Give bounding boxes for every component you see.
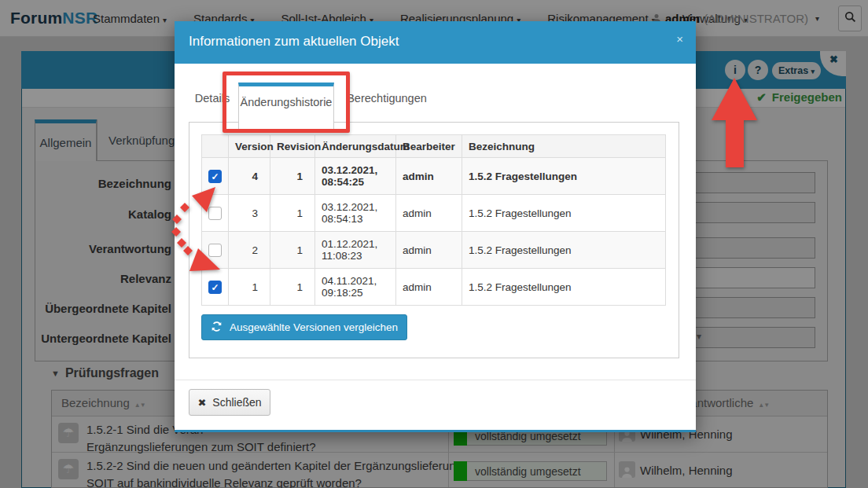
table-header-row: Version Revision Änderungsdatum Bearbeit…: [202, 135, 666, 158]
version-1-checkbox[interactable]: [208, 281, 222, 294]
screen: ForumNSR Stammdaten▾ Standards▾ Soll-Ist…: [0, 0, 868, 488]
annotation-rectangle-history-tab: [223, 72, 350, 133]
bezeichnung-cell: 1.5.2 Fragestellungen: [462, 158, 666, 195]
version-4-checkbox[interactable]: [208, 170, 222, 183]
datum-cell: 04.11.2021,09:18:25: [315, 269, 396, 306]
close-icon: ✖: [197, 397, 206, 409]
column-header-bezeichnung: Bezeichnung: [462, 135, 666, 158]
datum-cell: 03.12.2021,08:54:25: [315, 158, 396, 195]
bearbeiter-cell: admin: [396, 232, 462, 269]
modal-title: Informationen zum aktuellen Objekt: [189, 34, 399, 50]
close-modal-button[interactable]: ✖Schließen: [189, 389, 270, 416]
revision-cell: 1: [270, 195, 315, 232]
modal-tab-berechtigungen[interactable]: Berechtigungen: [341, 83, 432, 114]
compare-versions-button[interactable]: Ausgewählte Versionen vergleichen: [201, 314, 407, 340]
bezeichnung-cell: 1.5.2 Fragestellungen: [462, 232, 666, 269]
column-header-aenderungsdatum: Änderungsdatum: [315, 135, 396, 158]
modal-close-icon[interactable]: ×: [676, 32, 683, 46]
modal-footer-divider: [175, 380, 696, 380]
revision-cell: 1: [270, 158, 315, 195]
revision-cell: 1: [270, 232, 315, 269]
version-row-1: 1 1 04.11.2021,09:18:25 admin 1.5.2 Frag…: [202, 269, 666, 306]
version-cell: 2: [229, 232, 270, 269]
select-column-header: [202, 135, 229, 158]
bearbeiter-cell: admin: [396, 158, 462, 195]
bezeichnung-cell: 1.5.2 Fragestellungen: [462, 269, 666, 306]
version-history-table: Version Revision Änderungsdatum Bearbeit…: [201, 134, 666, 306]
version-cell: 4: [229, 158, 270, 195]
bearbeiter-cell: admin: [396, 269, 462, 306]
version-row-2: 2 1 01.12.2021,11:08:23 admin 1.5.2 Frag…: [202, 232, 666, 269]
datum-cell: 03.12.2021,08:54:13: [315, 195, 396, 232]
version-2-checkbox[interactable]: [208, 244, 222, 257]
datum-cell: 01.12.2021,11:08:23: [315, 232, 396, 269]
column-header-version: Version: [229, 135, 270, 158]
version-cell: 1: [229, 269, 270, 306]
column-header-bearbeiter: Bearbeiter: [396, 135, 462, 158]
version-row-4: 4 1 03.12.2021,08:54:25 admin 1.5.2 Frag…: [202, 158, 666, 195]
version-row-3: 3 1 03.12.2021,08:54:13 admin 1.5.2 Frag…: [202, 195, 666, 232]
column-header-revision: Revision: [270, 135, 315, 158]
version-3-checkbox[interactable]: [208, 207, 222, 220]
revision-cell: 1: [270, 269, 315, 306]
version-cell: 3: [229, 195, 270, 232]
bearbeiter-cell: admin: [396, 195, 462, 232]
refresh-icon: [211, 321, 223, 335]
bezeichnung-cell: 1.5.2 Fragestellungen: [462, 195, 666, 232]
